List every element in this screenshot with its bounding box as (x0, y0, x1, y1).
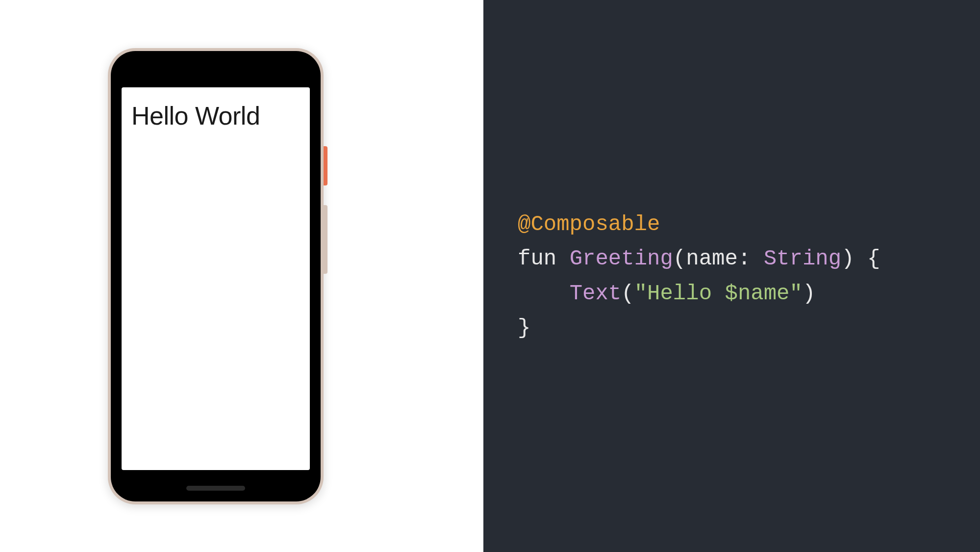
code-param-type: String (764, 246, 841, 271)
code-brace-open: { (867, 246, 880, 271)
app-greeting-text: Hello World (131, 101, 300, 131)
phone-screen: Hello World (122, 87, 310, 470)
code-annotation: @Composable (518, 212, 660, 237)
code-call-close: ) (803, 281, 815, 306)
code-text-call: Text (570, 281, 622, 306)
phone-bottom-speaker-icon (186, 486, 245, 491)
code-space (751, 246, 763, 271)
code-indent (518, 281, 570, 306)
code-keyword-fun: fun (518, 246, 556, 271)
code-function-name: Greeting (570, 246, 673, 271)
phone-volume-button (324, 205, 327, 274)
code-colon: : (738, 246, 751, 271)
code-string-literal: "Hello $name" (634, 281, 803, 306)
preview-panel: Hello World (0, 0, 483, 552)
phone-power-button (324, 146, 327, 185)
code-snippet: @Composable fun Greeting(name: String) {… (518, 207, 880, 345)
phone-bezel: Hello World (111, 51, 321, 501)
code-paren-open: ( (673, 246, 686, 271)
code-brace-close: } (518, 315, 530, 340)
code-panel: @Composable fun Greeting(name: String) {… (483, 0, 980, 552)
code-paren-close: ) (841, 246, 854, 271)
code-call-open: ( (621, 281, 634, 306)
phone-device-mockup: Hello World (108, 48, 324, 504)
phone-screen-border: Hello World (118, 58, 314, 495)
code-param-name: name (686, 246, 738, 271)
